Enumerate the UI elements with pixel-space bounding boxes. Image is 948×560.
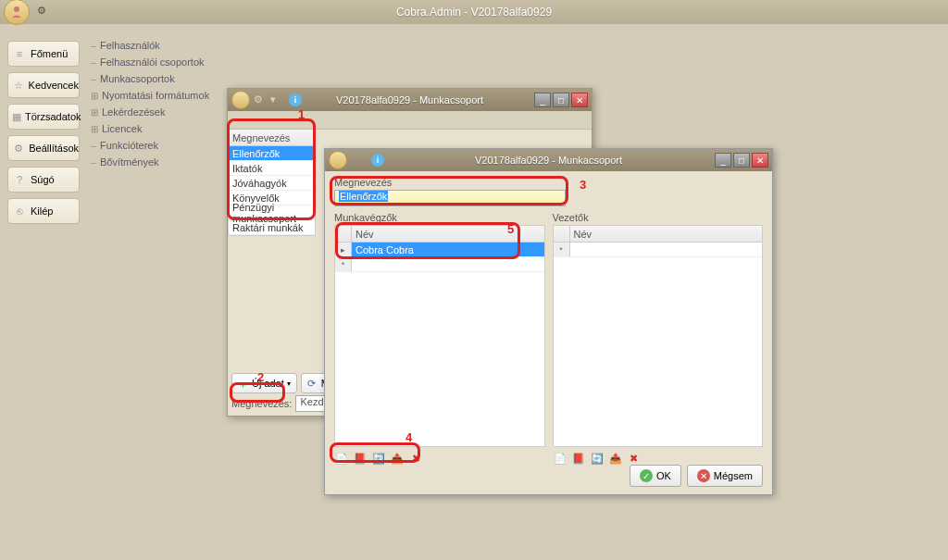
add-icon: ＋ — [238, 378, 249, 389]
dropdown-icon: ▾ — [287, 380, 291, 388]
sidebar-btn-kilep[interactable]: ⎋ Kilép — [7, 198, 80, 224]
megnevezes-label: Megnevezés — [334, 177, 763, 188]
grid-cell[interactable] — [352, 257, 544, 271]
sidebar-btn-fomenu[interactable]: ≡ Főmenü — [7, 41, 80, 67]
new-row-icon: * — [554, 243, 570, 256]
grid-column-header[interactable]: Név — [570, 226, 763, 242]
info-icon[interactable]: i — [289, 93, 302, 106]
munkacsoport-detail-dialog: i V20178alfa0929 - Munkacsoport _ □ ✕ Me… — [324, 148, 773, 495]
maximize-button[interactable]: □ — [733, 153, 750, 168]
grid-toolbar-right: 📄 📕 🔄 📤 ✖ — [553, 451, 764, 466]
check-icon: ✓ — [640, 469, 653, 482]
cross-icon: ✕ — [697, 469, 710, 482]
dropdown-icon[interactable]: ▾ — [270, 93, 283, 106]
sidebar-btn-label: Kilép — [31, 205, 53, 217]
new-record-button[interactable]: ＋ Új adat ▾ — [231, 373, 297, 393]
grid-row[interactable]: ▸ Cobra Cobra — [335, 243, 544, 257]
dialog-orb-icon — [329, 151, 347, 169]
maximize-button[interactable]: □ — [553, 93, 569, 107]
add-icon[interactable]: 📄 — [553, 451, 568, 466]
grid-cell[interactable] — [570, 243, 763, 256]
tree-item-lekerdezesek[interactable]: ⊞Lekérdezések — [89, 104, 228, 120]
munkavegzok-grid: Név ▸ Cobra Cobra * — [334, 225, 545, 447]
minimize-button[interactable]: _ — [534, 93, 551, 107]
remove-icon[interactable]: 📕 — [353, 451, 368, 466]
grid-rowhead — [554, 226, 570, 242]
section-label: Munkavégzők — [334, 212, 545, 223]
list-row[interactable]: Jóváhagyók — [229, 176, 315, 191]
grid-cell[interactable]: Cobra Cobra — [352, 243, 544, 256]
megnevezes-input[interactable]: Ellenőrzők — [334, 190, 566, 206]
dialog-titlebar[interactable]: i V20178alfa0929 - Munkacsoport _ □ ✕ — [325, 149, 772, 171]
sidebar-btn-label: Súgó — [31, 174, 55, 185]
sidebar: ≡ Főmenü ☆ Kedvencek ▦ Törzsadatok ⚙ Beá… — [7, 41, 80, 230]
gear-icon[interactable]: ⚙ — [254, 93, 267, 106]
export-icon[interactable]: 📤 — [608, 451, 623, 466]
app-orb-icon[interactable] — [4, 0, 30, 25]
remove-icon[interactable]: 📕 — [571, 451, 586, 466]
sidebar-btn-torzsadatok[interactable]: ▦ Törzsadatok — [7, 104, 80, 130]
ok-button[interactable]: ✓ OK — [630, 465, 681, 487]
grid-toolbar-left: 📄 📕 🔄 📤 ✖ — [334, 451, 545, 466]
vezetok-grid: Név * — [553, 225, 764, 447]
refresh-icon[interactable]: 🔄 — [371, 451, 386, 466]
nav-tree: –Felhasználók –Felhasználói csoportok –M… — [89, 37, 228, 170]
exit-icon: ⎋ — [12, 204, 27, 218]
expand-icon[interactable]: ⊞ — [89, 106, 100, 118]
tree-item-nyomtatasi[interactable]: ⊞Nyomtatási formátumok — [89, 87, 228, 104]
sidebar-btn-beallitasok[interactable]: ⚙ Beállítások — [7, 135, 80, 161]
list-row[interactable]: Raktári munkák — [229, 220, 315, 235]
tree-leaf-icon: – — [89, 73, 98, 84]
sidebar-btn-label: Kedvencek — [29, 80, 79, 91]
minimize-button[interactable]: _ — [715, 153, 731, 168]
close-button[interactable]: ✕ — [752, 153, 768, 168]
list-column-header[interactable]: Megnevezés — [229, 130, 315, 146]
sidebar-btn-kedvencek[interactable]: ☆ Kedvencek — [7, 72, 80, 98]
gear-icon: ⚙ — [12, 141, 25, 156]
cancel-button[interactable]: ✕ Mégsem — [687, 465, 763, 487]
tree-item-licencek[interactable]: ⊞Licencek — [89, 120, 228, 137]
info-icon[interactable]: i — [371, 154, 384, 167]
tree-leaf-icon: – — [89, 40, 98, 51]
sidebar-btn-label: Törzsadatok — [25, 111, 81, 122]
munkacsoport-list: Megnevezés Ellenőrzők Iktatók Jóváhagyók… — [228, 130, 316, 236]
gear-icon[interactable]: ⚙ — [37, 5, 52, 19]
list-row[interactable]: Ellenőrzők — [229, 146, 315, 161]
sidebar-btn-label: Beállítások — [29, 143, 79, 154]
svg-point-0 — [14, 6, 19, 12]
dialog-title: V20178alfa0929 - Munkacsoport — [475, 155, 622, 166]
tree-item-felhasznaloi-csoportok[interactable]: –Felhasználói csoportok — [89, 54, 228, 70]
add-icon[interactable]: 📄 — [334, 451, 349, 466]
expand-icon[interactable]: ⊞ — [89, 123, 100, 134]
grid-new-row[interactable]: * — [335, 257, 544, 272]
menu-icon: ≡ — [12, 46, 27, 61]
close-button[interactable]: ✕ — [571, 93, 588, 107]
refresh-icon[interactable]: 🔄 — [590, 451, 605, 466]
tree-item-funkcioterek[interactable]: –Funkcióterek — [89, 137, 228, 154]
list-row[interactable]: Iktatók — [229, 161, 315, 176]
form-area: Megnevezés Ellenőrzők — [325, 171, 772, 212]
tree-leaf-icon: – — [89, 56, 98, 68]
tree-leaf-icon: – — [89, 140, 98, 151]
tree-item-munkacsoportok[interactable]: –Munkacsoportok — [89, 70, 228, 87]
sidebar-btn-label: Főmenü — [31, 48, 68, 59]
dialog-title: V20178alfa0929 - Munkacsoport — [336, 94, 483, 106]
delete-icon[interactable]: ✖ — [627, 451, 642, 466]
export-icon[interactable]: 📤 — [390, 451, 405, 466]
vezetok-section: Vezetők Név * 📄 📕 🔄 📤 ✖ — [553, 212, 764, 466]
grid-column-header[interactable]: Név — [352, 226, 544, 242]
dialog-titlebar[interactable]: ⚙ ▾ i V20178alfa0929 - Munkacsoport _ □ … — [228, 89, 592, 111]
star-icon: ☆ — [12, 78, 25, 93]
expand-icon[interactable]: ⊞ — [89, 90, 100, 101]
dialog-orb-icon — [231, 91, 250, 109]
delete-icon[interactable]: ✖ — [408, 451, 423, 466]
list-grouping-bar — [228, 111, 592, 130]
filter-label: Megnevezés: — [231, 398, 292, 409]
grid-new-row[interactable]: * — [554, 243, 763, 257]
tree-item-felhasznalok[interactable]: –Felhasználók — [89, 37, 228, 54]
munkavegzok-section: Munkavégzők Név ▸ Cobra Cobra * 📄 📕 � — [334, 212, 545, 466]
tree-item-bovitmenyek[interactable]: –Bővítmények — [89, 154, 228, 170]
list-row[interactable]: Pénzügyi munkacsoport — [229, 205, 315, 220]
new-row-icon: * — [335, 257, 352, 271]
sidebar-btn-sugo[interactable]: ? Súgó — [7, 167, 80, 193]
